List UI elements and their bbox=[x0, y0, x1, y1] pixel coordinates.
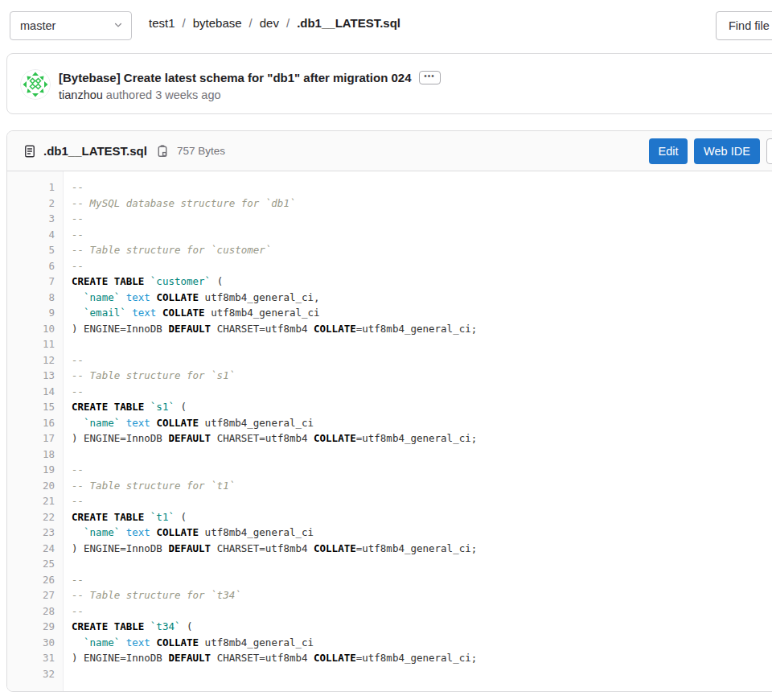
line-number[interactable]: 2 bbox=[7, 196, 63, 212]
code-line: `name` text COLLATE utf8mb4_general_ci, bbox=[72, 290, 772, 306]
code-line: -- bbox=[72, 384, 772, 400]
code-line: `name` text COLLATE utf8mb4_general_ci bbox=[72, 635, 772, 651]
more-actions-button[interactable] bbox=[766, 138, 772, 164]
line-number[interactable]: 18 bbox=[7, 447, 63, 463]
line-number[interactable]: 13 bbox=[7, 368, 63, 384]
line-number[interactable]: 29 bbox=[7, 619, 63, 635]
line-number[interactable]: 23 bbox=[7, 525, 63, 541]
breadcrumb-item[interactable]: bytebase bbox=[193, 16, 242, 30]
breadcrumb-separator: / bbox=[249, 16, 253, 30]
breadcrumb-item[interactable]: dev bbox=[260, 16, 279, 30]
line-number[interactable]: 6 bbox=[7, 258, 63, 274]
code-line: -- bbox=[72, 352, 772, 369]
line-number[interactable]: 24 bbox=[7, 541, 63, 557]
code-line: -- bbox=[72, 493, 772, 509]
branch-selector-value: master bbox=[20, 19, 55, 32]
code-line: -- bbox=[72, 179, 772, 196]
code-line: -- bbox=[72, 211, 772, 227]
commit-author-row: tianzhou authored 3 weeks ago bbox=[59, 89, 221, 101]
code-line: -- bbox=[72, 227, 772, 243]
line-number[interactable]: 20 bbox=[7, 478, 63, 494]
code-line: -- bbox=[72, 603, 772, 620]
commit-message-row: [Bytebase] Create latest schema for "db1… bbox=[59, 71, 441, 84]
code-line bbox=[72, 336, 772, 352]
line-number[interactable]: 1 bbox=[7, 179, 63, 196]
code-line: CREATE TABLE `t1` ( bbox=[72, 509, 772, 525]
breadcrumb-item[interactable]: .db1__LATEST.sql bbox=[297, 16, 400, 30]
branch-selector[interactable]: master bbox=[10, 11, 132, 40]
code-line: -- MySQL database structure for `db1` bbox=[72, 196, 772, 212]
file-name: .db1__LATEST.sql bbox=[43, 144, 147, 158]
line-number[interactable]: 16 bbox=[7, 415, 63, 431]
line-number[interactable]: 10 bbox=[7, 321, 63, 337]
find-file-button[interactable]: Find file bbox=[716, 11, 772, 40]
code-line: -- bbox=[72, 572, 772, 588]
copy-file-path-icon[interactable] bbox=[156, 145, 169, 158]
chevron-down-icon bbox=[113, 19, 123, 32]
edit-button[interactable]: Edit bbox=[649, 138, 688, 164]
code-line: ) ENGINE=InnoDB DEFAULT CHARSET=utf8mb4 … bbox=[72, 541, 772, 557]
code-line bbox=[72, 447, 772, 463]
line-number[interactable]: 15 bbox=[7, 399, 63, 415]
code-line: -- Table structure for `s1` bbox=[72, 368, 772, 384]
code-line bbox=[72, 556, 772, 572]
code-line: CREATE TABLE `t34` ( bbox=[72, 619, 772, 635]
code-line: ) ENGINE=InnoDB DEFAULT CHARSET=utf8mb4 … bbox=[72, 430, 772, 447]
breadcrumb-separator: / bbox=[286, 16, 290, 30]
line-number[interactable]: 25 bbox=[7, 556, 63, 572]
breadcrumb-item[interactable]: test1 bbox=[149, 16, 175, 30]
code-line: ) ENGINE=InnoDB DEFAULT CHARSET=utf8mb4 … bbox=[72, 321, 772, 337]
line-number[interactable]: 12 bbox=[7, 352, 63, 369]
code-area: 1234567891011121314151617181920212223242… bbox=[7, 171, 772, 691]
file-viewer: .db1__LATEST.sql 757 Bytes Edit Web IDE … bbox=[6, 130, 772, 692]
code-line: CREATE TABLE `customer` ( bbox=[72, 274, 772, 290]
top-bar: master test1/bytebase/dev/.db1__LATEST.s… bbox=[0, 0, 772, 45]
line-number[interactable]: 30 bbox=[7, 635, 63, 651]
code-content: ---- MySQL database structure for `db1`-… bbox=[64, 171, 772, 691]
file-size: 757 Bytes bbox=[177, 145, 225, 157]
identicon bbox=[20, 69, 51, 100]
web-ide-button[interactable]: Web IDE bbox=[694, 138, 760, 164]
line-number[interactable]: 8 bbox=[7, 290, 63, 306]
code-line: -- Table structure for `t1` bbox=[72, 478, 772, 494]
code-line: -- bbox=[72, 462, 772, 478]
ellipsis-icon: ••• bbox=[424, 72, 435, 80]
line-number[interactable]: 9 bbox=[7, 305, 63, 321]
document-icon bbox=[23, 145, 36, 158]
line-number[interactable]: 22 bbox=[7, 509, 63, 525]
line-number[interactable]: 27 bbox=[7, 587, 63, 603]
code-line: -- Table structure for `customer` bbox=[72, 242, 772, 258]
commit-message[interactable]: [Bytebase] Create latest schema for "db1… bbox=[59, 71, 412, 84]
line-number[interactable]: 26 bbox=[7, 572, 63, 588]
line-number[interactable]: 17 bbox=[7, 430, 63, 447]
line-number[interactable]: 32 bbox=[7, 666, 63, 682]
line-number[interactable]: 19 bbox=[7, 462, 63, 478]
code-line: `email` text COLLATE utf8mb4_general_ci bbox=[72, 305, 772, 321]
line-number[interactable]: 7 bbox=[7, 274, 63, 290]
code-line: -- bbox=[72, 258, 772, 274]
line-number[interactable]: 14 bbox=[7, 384, 63, 400]
line-number[interactable]: 31 bbox=[7, 650, 63, 666]
last-commit-box: [Bytebase] Create latest schema for "db1… bbox=[6, 53, 772, 114]
code-line: `name` text COLLATE utf8mb4_general_ci bbox=[72, 525, 772, 541]
breadcrumb-separator: / bbox=[183, 16, 186, 30]
breadcrumb: test1/bytebase/dev/.db1__LATEST.sql bbox=[149, 0, 400, 45]
line-number[interactable]: 4 bbox=[7, 227, 63, 243]
commit-author-name[interactable]: tianzhou bbox=[59, 89, 103, 101]
line-number[interactable]: 5 bbox=[7, 242, 63, 258]
code-line: `name` text COLLATE utf8mb4_general_ci bbox=[72, 415, 772, 431]
line-number[interactable]: 21 bbox=[7, 493, 63, 509]
commit-author-avatar[interactable] bbox=[20, 69, 51, 100]
line-number[interactable]: 28 bbox=[7, 603, 63, 620]
line-number[interactable]: 3 bbox=[7, 211, 63, 227]
code-line bbox=[72, 666, 772, 682]
code-line: ) ENGINE=InnoDB DEFAULT CHARSET=utf8mb4 … bbox=[72, 650, 772, 666]
commit-description-toggle[interactable]: ••• bbox=[419, 71, 441, 84]
commit-authored-text: authored 3 weeks ago bbox=[103, 89, 221, 101]
code-line: CREATE TABLE `s1` ( bbox=[72, 399, 772, 415]
line-number-gutter: 1234567891011121314151617181920212223242… bbox=[7, 171, 64, 691]
line-number[interactable]: 11 bbox=[7, 336, 63, 352]
code-line: -- Table structure for `t34` bbox=[72, 587, 772, 603]
file-header: .db1__LATEST.sql 757 Bytes Edit Web IDE bbox=[7, 131, 772, 171]
